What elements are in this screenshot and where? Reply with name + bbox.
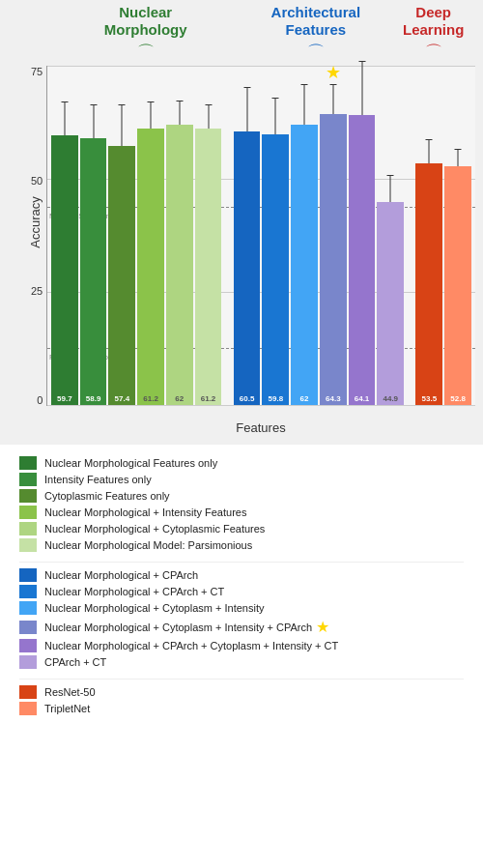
legend-swatch-8 xyxy=(19,585,37,598)
legend-label-13: ResNet-50 xyxy=(44,686,96,698)
legend-group-nuclear: Nuclear Morphological Features only Inte… xyxy=(19,456,464,552)
nuclear-category: NuclearMorphology ⌒ xyxy=(53,4,238,67)
legend-swatch-14 xyxy=(19,702,37,715)
legend-label-5: Nuclear Morphological + Cytoplasmic Feat… xyxy=(44,523,265,535)
legend-divider-2 xyxy=(19,679,464,680)
bar-12: 44.9 xyxy=(377,66,404,405)
legend-item-6: Nuclear Morphological Model: Parsimoniou… xyxy=(19,538,464,552)
star-icon: ★ xyxy=(326,62,341,83)
legend-star-10: ★ xyxy=(316,618,329,636)
bars-container: 59.7 58.9 57.4 xyxy=(51,66,471,405)
legend-item-1: Nuclear Morphological Features only xyxy=(19,456,464,470)
bar-7: 60.5 xyxy=(234,66,261,405)
legend-item-8: Nuclear Morphological + CPArch + CT xyxy=(19,585,464,598)
bar-8: 59.8 xyxy=(262,66,289,405)
legend-item-2: Intensity Features only xyxy=(19,473,464,486)
bar-13: 53.5 xyxy=(415,66,442,405)
bar-10: ★ 64.3 xyxy=(320,66,347,405)
bar-2-fill: 58.9 xyxy=(80,138,107,405)
legend-swatch-2 xyxy=(19,473,37,486)
legend-label-2: Intensity Features only xyxy=(44,474,152,485)
legend-label-7: Nuclear Morphological + CPArch xyxy=(44,569,198,581)
bar-5: 62 xyxy=(166,66,193,405)
deep-title: DeepLearning xyxy=(393,4,473,39)
bar-13-fill: 53.5 xyxy=(415,163,442,405)
legend-label-14: TripletNet xyxy=(44,703,90,714)
legend-label-11: Nuclear Morphological + CPArch + Cytopla… xyxy=(44,640,338,651)
legend-label-4: Nuclear Morphological + Intensity Featur… xyxy=(44,506,246,518)
legend-swatch-7 xyxy=(19,568,37,582)
legend-swatch-5 xyxy=(19,522,37,535)
legend-item-3: Cytoplasmic Features only xyxy=(19,489,464,503)
bar-9-fill: 62 xyxy=(291,125,318,405)
y-label-75: 75 xyxy=(31,66,43,77)
legend-item-14: TripletNet xyxy=(19,702,464,715)
category-labels: NuclearMorphology ⌒ ArchitecturalFeature… xyxy=(53,4,473,67)
bar-1-fill: 59.7 xyxy=(51,135,78,405)
legend-item-7: Nuclear Morphological + CPArch xyxy=(19,568,464,582)
legend-label-1: Nuclear Morphological Features only xyxy=(44,457,217,469)
legend-swatch-13 xyxy=(19,685,37,699)
bar-14-fill: 52.8 xyxy=(444,166,471,405)
chart-area: NuclearMorphology ⌒ ArchitecturalFeature… xyxy=(0,0,483,445)
bar-12-fill: 44.9 xyxy=(377,202,404,405)
deep-category: DeepLearning ⌒ xyxy=(393,4,473,67)
grid-line-0 xyxy=(47,405,475,406)
legend-item-5: Nuclear Morphological + Cytoplasmic Feat… xyxy=(19,522,464,535)
bar-6: 61.2 xyxy=(195,66,222,405)
x-axis-title: Features xyxy=(46,420,475,435)
legend-swatch-9 xyxy=(19,601,37,615)
bar-11-fill: 64.1 xyxy=(349,115,376,405)
legend-item-11: Nuclear Morphological + CPArch + Cytopla… xyxy=(19,639,464,652)
legend-item-4: Nuclear Morphological + Intensity Featur… xyxy=(19,506,464,519)
legend-swatch-3 xyxy=(19,489,37,503)
bar-3-fill: 57.4 xyxy=(108,146,135,406)
legend-label-6: Nuclear Morphological Model: Parsimoniou… xyxy=(44,539,252,551)
legend-group-arch: Nuclear Morphological + CPArch Nuclear M… xyxy=(19,568,464,669)
legend-item-10: Nuclear Morphological + Cytoplasm + Inte… xyxy=(19,618,464,636)
legend-swatch-11 xyxy=(19,639,37,652)
bar-1: 59.7 xyxy=(51,66,78,405)
bar-9: 62 xyxy=(291,66,318,405)
legend-group-deep: ResNet-50 TripletNet xyxy=(19,685,464,715)
deep-brace: ⌒ xyxy=(393,41,473,64)
bar-11: 64.1 xyxy=(349,66,376,405)
bar-8-fill: 59.8 xyxy=(262,134,289,405)
legend-swatch-6 xyxy=(19,538,37,552)
bar-6-fill: 61.2 xyxy=(195,129,222,405)
legend-item-9: Nuclear Morphological + Cytoplasm + Inte… xyxy=(19,601,464,615)
bar-7-fill: 60.5 xyxy=(234,131,261,405)
legend-swatch-10 xyxy=(19,621,37,634)
chart-inner: Majority Selection 43.8 Random Selection… xyxy=(46,66,475,406)
legend-swatch-1 xyxy=(19,456,37,470)
bar-10-fill: 64.3 xyxy=(320,114,347,405)
legend-label-8: Nuclear Morphological + CPArch + CT xyxy=(44,586,224,597)
legend: Nuclear Morphological Features only Inte… xyxy=(0,445,483,730)
bar-2: 58.9 xyxy=(80,66,107,405)
bar-14: 52.8 xyxy=(444,66,471,405)
legend-label-9: Nuclear Morphological + Cytoplasm + Inte… xyxy=(44,602,264,614)
legend-item-13: ResNet-50 xyxy=(19,685,464,699)
bar-5-fill: 62 xyxy=(166,125,193,405)
arch-category: ArchitecturalFeatures ⌒ xyxy=(238,4,393,67)
y-label-0: 0 xyxy=(37,394,43,406)
arch-title: ArchitecturalFeatures xyxy=(238,4,393,39)
arch-brace: ⌒ xyxy=(238,41,393,64)
legend-swatch-4 xyxy=(19,506,37,519)
bar-4-fill: 61.2 xyxy=(137,129,164,405)
legend-label-12: CPArch + CT xyxy=(44,656,106,668)
legend-swatch-12 xyxy=(19,655,37,669)
y-axis-labels: 75 50 25 0 xyxy=(31,66,43,406)
y-label-25: 25 xyxy=(31,285,43,297)
legend-divider-1 xyxy=(19,562,464,563)
legend-label-3: Cytoplasmic Features only xyxy=(44,490,170,502)
nuclear-title: NuclearMorphology xyxy=(53,4,238,39)
y-label-50: 50 xyxy=(31,175,43,187)
legend-item-12: CPArch + CT xyxy=(19,655,464,669)
legend-label-10: Nuclear Morphological + Cytoplasm + Inte… xyxy=(44,622,312,633)
bar-4: 61.2 xyxy=(137,66,164,405)
bar-3: 57.4 xyxy=(108,66,135,405)
nuclear-brace: ⌒ xyxy=(53,41,238,64)
